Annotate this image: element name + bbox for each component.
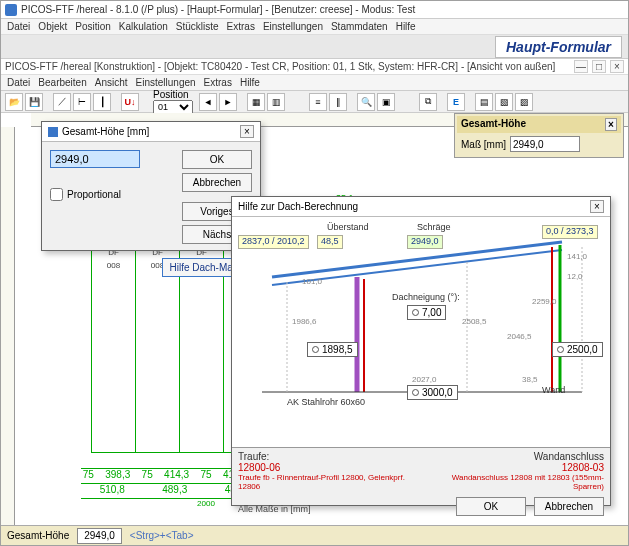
tool-open-icon[interactable]: 📂: [5, 93, 23, 111]
traufe-row: Traufe: 12800-06 Traufe fb - Rinnentrauf…: [232, 447, 610, 491]
input-bottom-w[interactable]: 3000,0: [407, 385, 458, 400]
label-neigung: Dachneigung (°):: [392, 292, 460, 302]
child-menubar: Datei Bearbeiten Ansicht Einstellungen E…: [1, 75, 628, 91]
proportional-check[interactable]: [50, 188, 63, 201]
ruler-vertical: [1, 127, 15, 543]
dach-cancel-button[interactable]: Abbrechen: [534, 497, 604, 516]
toolbar: 📂 💾 ／ ⊢ ┃ U↓ Position 01 ◄ ► ▦ ▥ ≡ ‖ 🔍 ▣…: [1, 91, 628, 113]
tool-u-icon[interactable]: U↓: [121, 93, 139, 111]
value-schrage: 2949,0: [407, 235, 443, 249]
menu-stuckliste[interactable]: Stückliste: [176, 21, 219, 32]
dim-2259: 2259,0: [532, 297, 556, 306]
menu-extras[interactable]: Extras: [227, 21, 255, 32]
traufe-value: 12800-06: [238, 462, 411, 473]
menu-kalkulation[interactable]: Kalkulation: [119, 21, 168, 32]
dim-2027: 2027,0: [412, 375, 436, 384]
ok-button[interactable]: OK: [182, 150, 252, 169]
tool-prev-icon[interactable]: ◄: [199, 93, 217, 111]
app-icon: [5, 4, 17, 16]
tool-next-icon[interactable]: ►: [219, 93, 237, 111]
status-label: Gesamt-Höhe: [7, 530, 69, 541]
cmenu-bearbeiten[interactable]: Bearbeiten: [38, 77, 86, 88]
dim-141: 141,0: [567, 252, 587, 261]
menu-einstellungen[interactable]: Einstellungen: [263, 21, 323, 32]
tool-grid1-icon[interactable]: ▦: [247, 93, 265, 111]
traufe-header: Traufe:: [238, 451, 411, 462]
child-title: PICOS-FTF /hereal [Konstruktion] - [Obje…: [5, 61, 555, 72]
position-selector[interactable]: Position 01: [153, 89, 193, 114]
wand-header: Wandanschluss: [431, 451, 604, 462]
label-uberstand: Überstand: [327, 222, 369, 232]
tool-valign-icon[interactable]: ‖: [329, 93, 347, 111]
menu-objekt[interactable]: Objekt: [38, 21, 67, 32]
main-titlebar: PICOS-FTF /hereal - 8.1.0 (/P plus) - [H…: [1, 1, 628, 19]
child-titlebar: PICOS-FTF /hereal [Konstruktion] - [Obje…: [1, 59, 628, 75]
cmenu-einstellungen[interactable]: Einstellungen: [136, 77, 196, 88]
cancel-button[interactable]: Abbrechen: [182, 173, 252, 192]
input-right-h[interactable]: 2500,0: [552, 342, 603, 357]
side-panel-close-icon[interactable]: ×: [605, 118, 617, 131]
tool-dim-icon[interactable]: ⊢: [73, 93, 91, 111]
proportional-checkbox[interactable]: Proportional: [50, 188, 172, 201]
tool-layers-icon[interactable]: ⧉: [419, 93, 437, 111]
tool-e-icon[interactable]: E: [447, 93, 465, 111]
dialog-gesamthoehe: Gesamt-Höhe [mm] × Proportional OK Abbre…: [41, 121, 261, 251]
dim-12r: 12,0: [567, 272, 583, 281]
label-ak-stahlrohr: AK Stahlrohr 60x60: [287, 397, 365, 407]
side-panel-gesamthoehe: Gesamt-Höhe × Maß [mm]: [454, 113, 624, 158]
tool-line-icon[interactable]: ／: [53, 93, 71, 111]
cmenu-hilfe[interactable]: Hilfe: [240, 77, 260, 88]
menu-datei[interactable]: Datei: [7, 21, 30, 32]
dim-1986: 1986,6: [292, 317, 316, 326]
input-left-h[interactable]: 1898,5: [307, 342, 358, 357]
label-left-coords: 2837,0 / 2010,2: [238, 235, 309, 249]
note-units: Alle Maße in [mm]: [238, 504, 311, 514]
input-neigung[interactable]: 7,00: [407, 305, 446, 320]
main-menubar: Datei Objekt Position Kalkulation Stückl…: [1, 19, 628, 35]
tool-layout2-icon[interactable]: ▧: [495, 93, 513, 111]
dialog-gesamt-title: Gesamt-Höhe [mm]: [62, 126, 149, 137]
tool-fit-icon[interactable]: ▣: [377, 93, 395, 111]
dialog-dach-berechnung: Hilfe zur Dach-Berechnung × 2837,0 /: [231, 196, 611, 506]
side-panel-label: Maß [mm]: [461, 139, 506, 150]
wand-sub: Wandanschluss 12808 mit 12803 (155mm-Spa…: [431, 473, 604, 491]
gesamt-value-input[interactable]: [50, 150, 140, 168]
dim-385: 38,5: [522, 375, 538, 384]
tool-vert-icon[interactable]: ┃: [93, 93, 111, 111]
dim-1010: 101,0: [302, 277, 322, 286]
menu-position[interactable]: Position: [75, 21, 111, 32]
status-value: 2949,0: [77, 528, 122, 544]
dim-2508: 2508,5: [462, 317, 486, 326]
dialog-icon: [48, 127, 58, 137]
tool-halign-icon[interactable]: ≡: [309, 93, 327, 111]
label-schrage: Schräge: [417, 222, 451, 232]
value-uberstand: 48,5: [317, 235, 343, 249]
dach-diagram: 2837,0 / 2010,2 Überstand 48,5 Schräge 2…: [232, 217, 610, 447]
tool-zoom-icon[interactable]: 🔍: [357, 93, 375, 111]
position-select[interactable]: 01: [153, 100, 193, 114]
side-panel-title: Gesamt-Höhe: [461, 118, 526, 131]
child-close-icon[interactable]: ×: [610, 60, 624, 73]
menu-hilfe[interactable]: Hilfe: [396, 21, 416, 32]
side-panel-value-input[interactable]: [510, 136, 580, 152]
tool-grid2-icon[interactable]: ▥: [267, 93, 285, 111]
header-band: Haupt-Formular: [1, 35, 628, 59]
traufe-sub: Traufe fb - Rinnentrauf-Profil 12800, Ge…: [238, 473, 411, 491]
tool-layout3-icon[interactable]: ▨: [515, 93, 533, 111]
position-label: Position: [153, 89, 193, 100]
child-max-icon[interactable]: □: [592, 60, 606, 73]
cmenu-datei[interactable]: Datei: [7, 77, 30, 88]
menu-stammdaten[interactable]: Stammdaten: [331, 21, 388, 32]
label-wand: Wand: [542, 385, 565, 395]
main-title: PICOS-FTF /hereal - 8.1.0 (/P plus) - [H…: [21, 4, 415, 15]
dach-ok-button[interactable]: OK: [456, 497, 526, 516]
dialog-gesamt-close-icon[interactable]: ×: [240, 125, 254, 138]
tool-layout1-icon[interactable]: ▤: [475, 93, 493, 111]
cmenu-ansicht[interactable]: Ansicht: [95, 77, 128, 88]
tool-save-icon[interactable]: 💾: [25, 93, 43, 111]
main-window: PICOS-FTF /hereal - 8.1.0 (/P plus) - [H…: [0, 0, 629, 546]
dialog-dach-close-icon[interactable]: ×: [590, 200, 604, 213]
cmenu-extras[interactable]: Extras: [204, 77, 232, 88]
child-min-icon[interactable]: —: [574, 60, 588, 73]
form-title: Haupt-Formular: [495, 36, 622, 58]
